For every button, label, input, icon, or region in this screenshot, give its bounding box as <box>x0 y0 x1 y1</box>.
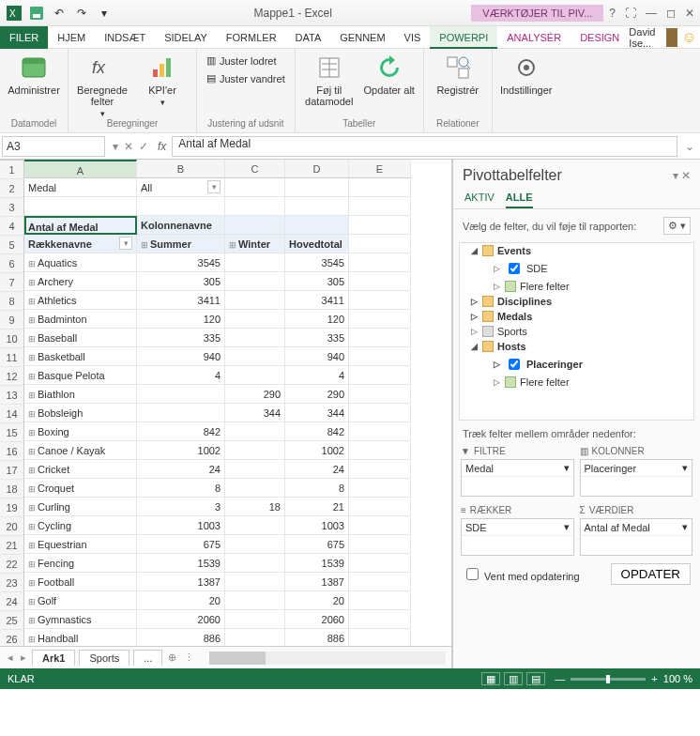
help-icon[interactable]: ? <box>607 5 617 22</box>
defer-update[interactable]: Vent med opdatering <box>463 565 580 583</box>
cell[interactable] <box>349 573 411 591</box>
view-normal-icon[interactable]: ▦ <box>481 672 500 685</box>
view-break-icon[interactable]: ▤ <box>526 672 545 685</box>
cell[interactable]: Kolonnenavne▾ <box>137 216 225 235</box>
save-icon[interactable] <box>26 3 47 23</box>
cell[interactable]: ⊞Cricket <box>24 460 137 479</box>
tab-split-icon[interactable]: ⋮ <box>182 650 196 666</box>
tab-sidelay[interactable]: SIDELAY <box>155 26 217 49</box>
cell[interactable] <box>349 554 411 573</box>
row-header[interactable]: 9 <box>0 311 24 330</box>
pane-gear-icon[interactable]: ⚙ ▾ <box>663 217 691 235</box>
cell[interactable]: ⊞Golf <box>24 591 137 610</box>
tab-gennem[interactable]: GENNEM <box>330 26 394 49</box>
row-header[interactable]: 5 <box>0 236 24 254</box>
row-header[interactable]: 24 <box>0 592 24 611</box>
ribbon-collapse-icon[interactable]: ⛶ <box>623 5 638 22</box>
field-hosts[interactable]: ◢Hosts <box>460 339 693 354</box>
grid[interactable]: 1234567891011121314151617181920212223242… <box>0 160 451 646</box>
field-flere1[interactable]: ▷Flere felter <box>460 279 693 294</box>
cell[interactable]: ⊞Badminton <box>24 310 137 329</box>
cell[interactable] <box>349 591 411 610</box>
cell[interactable]: 3411 <box>137 291 225 310</box>
row-header[interactable]: 20 <box>0 517 24 536</box>
tab-powerpivot[interactable]: POWERPI <box>430 26 497 49</box>
defer-checkbox[interactable] <box>466 568 479 580</box>
area-rows-box[interactable]: SDE▾ <box>461 518 574 556</box>
field-disciplines[interactable]: ▷Disciplines <box>460 294 693 309</box>
zoom-slider[interactable] <box>571 678 646 681</box>
cell[interactable] <box>285 216 349 235</box>
expand-icon[interactable]: ▷ <box>471 327 479 336</box>
cell[interactable]: 20 <box>137 591 225 610</box>
cell[interactable]: 1002 <box>137 441 225 460</box>
row-header[interactable]: 23 <box>0 574 24 592</box>
cell[interactable]: ⊞Basque Pelota <box>24 366 137 385</box>
cell[interactable] <box>225 366 285 385</box>
cell[interactable]: 842 <box>285 422 349 441</box>
row-header[interactable]: 10 <box>0 330 24 348</box>
tab-view[interactable]: VIS <box>395 26 431 49</box>
kpi-button[interactable]: KPI'er▾ <box>134 53 190 107</box>
row-header[interactable]: 16 <box>0 442 24 461</box>
cell[interactable] <box>349 479 411 498</box>
value-item-antal[interactable]: Antal af Medal▾ <box>581 519 692 536</box>
cell[interactable]: 21 <box>285 498 349 516</box>
align-horizontal-button[interactable]: ▤Juster vandret <box>203 70 289 86</box>
pane-tab-aktiv[interactable]: AKTIV <box>464 188 495 208</box>
cell[interactable]: 24 <box>137 460 225 479</box>
row-header[interactable]: 14 <box>0 405 24 423</box>
cell[interactable]: ⊞Canoe / Kayak <box>24 441 137 460</box>
fbar-check-icon[interactable]: ✓ <box>137 138 150 155</box>
cell[interactable]: 842 <box>137 422 225 441</box>
smiley-icon[interactable]: ☺ <box>681 29 696 46</box>
cell[interactable] <box>349 498 411 516</box>
cell[interactable] <box>137 197 225 216</box>
name-box[interactable]: A3 <box>2 136 105 157</box>
cell[interactable] <box>225 178 285 197</box>
tab-design[interactable]: DESIGN <box>571 26 629 49</box>
field-sde-checkbox[interactable] <box>509 263 520 274</box>
fbar-cancel-icon[interactable]: ✕ <box>122 138 135 155</box>
field-sde[interactable]: ▷SDE <box>460 258 693 279</box>
cell[interactable]: 8 <box>285 479 349 498</box>
pane-close-icon[interactable]: ✕ <box>681 169 691 182</box>
cell[interactable]: 2060 <box>285 610 349 629</box>
cell[interactable]: 1002 <box>285 441 349 460</box>
cell[interactable]: ⊞Winter <box>225 235 285 253</box>
hscroll-thumb[interactable] <box>209 652 266 665</box>
redo-icon[interactable]: ↷ <box>71 3 92 23</box>
cell[interactable]: 886 <box>285 629 349 646</box>
cell[interactable]: 290 <box>225 385 285 404</box>
cell[interactable]: 2060 <box>137 610 225 629</box>
cell[interactable]: 3 <box>137 498 225 516</box>
zoom-thumb[interactable] <box>606 675 610 683</box>
cell[interactable] <box>225 441 285 460</box>
cell[interactable]: ⊞Fencing <box>24 554 137 573</box>
cell[interactable] <box>137 404 225 422</box>
pane-dropdown-icon[interactable]: ▾ <box>673 169 678 182</box>
area-columns-box[interactable]: Placeringer▾ <box>580 459 693 497</box>
align-vertical-button[interactable]: ▥Juster lodret <box>203 53 289 69</box>
zoom-out-icon[interactable]: — <box>555 673 565 684</box>
cell[interactable] <box>137 385 225 404</box>
row-header[interactable]: 7 <box>0 273 24 292</box>
cell[interactable]: 3411 <box>285 291 349 310</box>
addtomodel-button[interactable]: Føj til datamodel <box>301 53 358 107</box>
cell[interactable] <box>349 422 411 441</box>
area-values-box[interactable]: Antal af Medal▾ <box>580 518 693 556</box>
cell[interactable]: ⊞Croquet <box>24 479 137 498</box>
sheet-tab-more[interactable]: ... <box>133 650 162 666</box>
cell[interactable] <box>225 272 285 291</box>
cell[interactable]: Medal <box>24 178 137 197</box>
cell[interactable] <box>349 516 411 535</box>
cell[interactable] <box>225 554 285 573</box>
row-header[interactable]: 17 <box>0 461 24 480</box>
cell[interactable] <box>349 310 411 329</box>
cell[interactable]: ⊞Gymnastics <box>24 610 137 629</box>
tab-home[interactable]: HJEM <box>48 26 95 49</box>
update-button[interactable]: OPDATER <box>611 563 691 585</box>
cell[interactable]: 4 <box>285 366 349 385</box>
cell[interactable]: ⊞Football <box>24 573 137 591</box>
expand-icon[interactable]: ▷ <box>494 360 501 369</box>
